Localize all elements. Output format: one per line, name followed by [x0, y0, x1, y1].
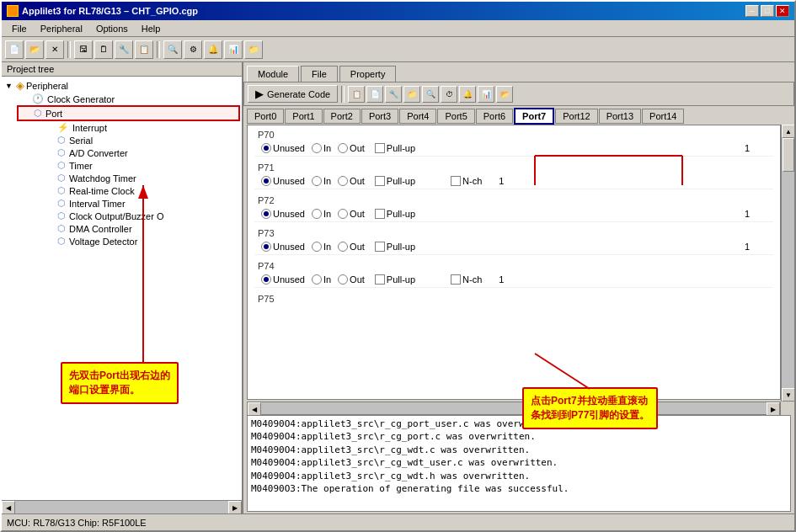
pullup-p73[interactable]: Pull-up — [375, 242, 415, 252]
tab-property[interactable]: Property — [339, 66, 397, 82]
port-tab-13[interactable]: Port13 — [599, 109, 641, 124]
radio-unused-p73[interactable]: Unused — [261, 242, 305, 252]
gen-btn6[interactable]: ⏱ — [441, 86, 457, 103]
gen-btn2[interactable]: 📄 — [366, 86, 383, 103]
radio-unused-p74[interactable]: Unused — [261, 274, 305, 285]
vscroll-thumb[interactable] — [783, 138, 794, 172]
hscroll-right[interactable]: ▶ — [228, 501, 242, 513]
tree-timer[interactable]: ⬡ Timer — [30, 159, 240, 172]
port-tab-7[interactable]: Port7 — [514, 108, 554, 125]
menu-peripheral[interactable]: Peripheral — [34, 22, 89, 35]
toolbar-btn5[interactable]: 🔍 — [163, 40, 182, 59]
toolbar-btn3[interactable]: 🔧 — [115, 40, 133, 59]
toolbar-btn6[interactable]: ⚙ — [184, 40, 202, 59]
radio-in-p72[interactable]: In — [312, 209, 331, 219]
radio-in-p74[interactable]: In — [312, 274, 331, 285]
gen-btn7[interactable]: 🔔 — [459, 86, 476, 103]
nch-p71[interactable]: N-ch — [451, 176, 482, 186]
toolbar-btn4[interactable]: 📋 — [135, 40, 153, 59]
radio-out-p74[interactable]: Out — [338, 274, 365, 285]
radio-in-btn-p74[interactable] — [312, 274, 322, 285]
radio-unused-p71[interactable]: Unused — [261, 176, 305, 186]
radio-in-btn-p73[interactable] — [312, 242, 322, 252]
radio-in-btn-p71[interactable] — [312, 176, 322, 186]
port-tab-4[interactable]: Port4 — [399, 109, 436, 124]
pullup-p72[interactable]: Pull-up — [375, 209, 415, 219]
radio-unused-btn-p74[interactable] — [261, 274, 271, 285]
radio-unused-p70[interactable]: Unused — [261, 143, 305, 153]
pullup-btn-p71[interactable] — [375, 176, 385, 186]
radio-unused-btn-p72[interactable] — [261, 209, 271, 219]
toolbar-btn8[interactable]: 📊 — [224, 40, 243, 59]
gen-btn9[interactable]: 📂 — [496, 86, 513, 103]
tree-voltage[interactable]: ⬡ Voltage Detector — [30, 235, 240, 247]
radio-unused-p72[interactable]: Unused — [261, 209, 305, 219]
toolbar-btn2[interactable]: 🗒 — [94, 40, 113, 59]
radio-in-p70[interactable]: In — [312, 143, 331, 153]
gen-btn5[interactable]: 🔍 — [422, 86, 439, 103]
tree-rtc[interactable]: ⬡ Real-time Clock — [30, 184, 240, 197]
port-tab-14[interactable]: Port14 — [642, 109, 684, 124]
menu-help[interactable]: Help — [135, 22, 168, 35]
pullup-btn-p70[interactable] — [375, 143, 385, 153]
gen-btn3[interactable]: 🔧 — [385, 86, 402, 103]
toolbar-btn7[interactable]: 🔔 — [204, 40, 222, 59]
toolbar-close[interactable]: ✕ — [45, 40, 64, 59]
tree-dma[interactable]: ⬡ DMA Controller — [30, 222, 240, 235]
radio-in-btn-p70[interactable] — [312, 143, 322, 153]
pullup-btn-p74[interactable] — [375, 274, 385, 285]
gen-btn8[interactable]: 📊 — [478, 86, 494, 103]
radio-unused-btn-p70[interactable] — [261, 143, 271, 153]
pullup-p71[interactable]: Pull-up — [375, 176, 415, 186]
radio-out-btn-p72[interactable] — [338, 209, 348, 219]
radio-out-btn-p73[interactable] — [338, 242, 348, 252]
pullup-p70[interactable]: Pull-up — [375, 143, 415, 153]
port-hscroll-right[interactable]: ▶ — [767, 402, 780, 416]
tree-clock[interactable]: 🕐 Clock Generator — [17, 93, 240, 105]
port-tab-6[interactable]: Port6 — [476, 109, 513, 124]
toolbar-new[interactable]: 📄 — [5, 40, 24, 59]
port-hscroll-left[interactable]: ◀ — [248, 402, 261, 416]
radio-out-btn-p71[interactable] — [338, 176, 348, 186]
vscroll-up[interactable]: ▲ — [782, 125, 794, 138]
radio-unused-btn-p71[interactable] — [261, 176, 271, 186]
tree-interval[interactable]: ⬡ Interval Timer — [30, 197, 240, 210]
radio-out-btn-p74[interactable] — [338, 274, 348, 285]
tab-file[interactable]: File — [301, 66, 338, 82]
tree-serial[interactable]: ⬡ Serial — [30, 134, 240, 146]
port-tab-5[interactable]: Port5 — [437, 109, 474, 124]
nch-btn-p71[interactable] — [451, 176, 461, 186]
radio-unused-btn-p73[interactable] — [261, 242, 271, 252]
minimize-button[interactable]: – — [745, 5, 759, 17]
gen-btn1[interactable]: 📋 — [348, 86, 365, 103]
vscroll-down[interactable]: ▼ — [782, 388, 794, 402]
hscroll-left[interactable]: ◀ — [2, 501, 15, 513]
radio-out-p72[interactable]: Out — [338, 209, 365, 219]
tab-module[interactable]: Module — [247, 66, 299, 82]
port-tab-2[interactable]: Port2 — [323, 109, 361, 124]
close-button[interactable]: ✕ — [776, 5, 789, 17]
maximize-button[interactable]: □ — [761, 5, 774, 17]
generate-code-button[interactable]: ▶ Generate Code — [248, 85, 338, 103]
radio-out-p73[interactable]: Out — [338, 242, 365, 252]
tree-clock-out[interactable]: ⬡ Clock Output/Buzzer O — [30, 210, 240, 222]
radio-out-p71[interactable]: Out — [338, 176, 365, 186]
radio-out-btn-p70[interactable] — [338, 143, 348, 153]
menu-options[interactable]: Options — [89, 22, 135, 35]
gen-btn4[interactable]: 📁 — [403, 86, 420, 103]
toolbar-btn9[interactable]: 📁 — [244, 40, 263, 59]
tree-ad[interactable]: ⬡ A/D Converter — [30, 146, 240, 159]
radio-in-btn-p72[interactable] — [312, 209, 322, 219]
radio-out-p70[interactable]: Out — [338, 143, 365, 153]
port-tab-12[interactable]: Port12 — [555, 109, 597, 124]
pullup-p74[interactable]: Pull-up — [375, 274, 415, 285]
radio-in-p73[interactable]: In — [312, 242, 331, 252]
port-tab-3[interactable]: Port3 — [361, 109, 398, 124]
toolbar-open[interactable]: 📂 — [25, 40, 44, 59]
tree-watchdog[interactable]: ⬡ Watchdog Timer — [30, 172, 240, 184]
pullup-btn-p72[interactable] — [375, 209, 385, 219]
port-tab-0[interactable]: Port0 — [247, 109, 284, 124]
tree-root-expand[interactable]: ▼ — [5, 82, 13, 90]
toolbar-btn1[interactable]: 🖫 — [74, 40, 93, 59]
port-tab-1[interactable]: Port1 — [285, 109, 322, 124]
